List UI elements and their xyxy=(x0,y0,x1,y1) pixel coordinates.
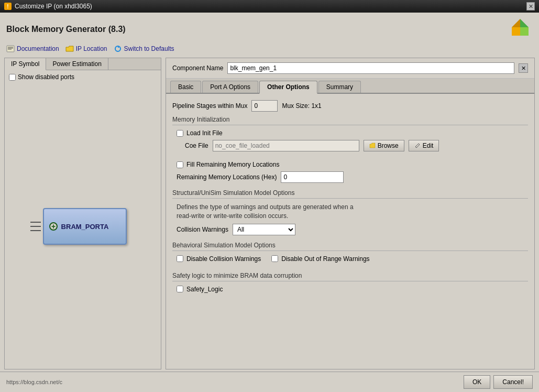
window-title: Customize IP (on xhdl3065) xyxy=(15,3,92,10)
title-bar-left: ! Customize IP (on xhdl3065) xyxy=(4,3,92,10)
app-header: Block Memory Generator (8.3) xyxy=(0,13,539,44)
spacer1 xyxy=(177,156,528,161)
remaining-hex-row: Remaining Memory Locations (Hex) xyxy=(177,171,528,183)
disable-collision-checkbox[interactable] xyxy=(177,255,183,262)
browse-label: Browse xyxy=(378,142,399,149)
tab-summary[interactable]: Summary xyxy=(318,81,361,93)
component-name-input[interactable] xyxy=(227,62,514,74)
collision-dropdown[interactable]: All Warning Only Generate X None xyxy=(233,224,295,235)
structural-section: Structural/UniSim Simulation Model Optio… xyxy=(172,189,528,235)
edit-button[interactable]: Edit xyxy=(409,140,439,151)
fill-remaining-row: Fill Remaining Memory Locations xyxy=(177,161,528,168)
tab-port-a[interactable]: Port A Options xyxy=(202,81,258,93)
fill-remaining-label: Fill Remaining Memory Locations xyxy=(186,161,279,168)
component-name-clear-button[interactable]: ✕ xyxy=(519,63,528,73)
collision-label: Collision Warnings xyxy=(177,226,228,233)
tab-other-options[interactable]: Other Options xyxy=(259,81,317,94)
fill-remaining-checkbox[interactable] xyxy=(177,161,183,168)
title-bar: ! Customize IP (on xhdl3065) ✕ xyxy=(0,0,539,13)
refresh-icon xyxy=(114,45,122,52)
show-disabled-label: Show disabled ports xyxy=(18,73,74,81)
disable-range-label: Disable Out of Range Warnings xyxy=(281,255,369,263)
cancel-button[interactable]: Cancel! xyxy=(493,375,533,389)
bram-box: + BRAM_PORTA xyxy=(43,208,127,245)
folder-small-icon xyxy=(369,143,376,149)
documentation-icon xyxy=(6,45,15,52)
documentation-link[interactable]: Documentation xyxy=(6,45,59,52)
app-logo xyxy=(508,17,533,42)
disable-range-checkbox[interactable] xyxy=(271,255,278,262)
svg-rect-4 xyxy=(7,46,14,52)
coe-file-input[interactable] xyxy=(213,140,359,151)
structural-desc: Defines the type of warnings and outputs… xyxy=(177,203,528,221)
show-disabled-option: Show disabled ports xyxy=(5,70,161,84)
bram-label: BRAM_PORTA xyxy=(61,223,109,231)
pipeline-row: Pipeline Stages within Mux Mux Size: 1x1 xyxy=(172,100,528,112)
edit-icon xyxy=(414,143,421,149)
load-init-checkbox[interactable] xyxy=(177,130,183,137)
safety-section: Safety logic to minimize BRAM data corru… xyxy=(172,272,528,293)
switch-defaults-link[interactable]: Switch to Defaults xyxy=(114,45,174,52)
connector-line-3 xyxy=(30,230,41,231)
edit-label: Edit xyxy=(423,142,434,149)
left-tabs: IP Symbol Power Estimation xyxy=(5,58,161,70)
svg-marker-3 xyxy=(512,19,520,27)
app-title: Block Memory Generator (8.3) xyxy=(6,25,126,34)
svg-marker-2 xyxy=(512,27,520,36)
safety-logic-checkbox[interactable] xyxy=(177,286,183,292)
bottom-bar: https://blog.csdn.net/c OK Cancel! xyxy=(0,372,539,392)
connector-line-1 xyxy=(30,222,41,223)
collision-row: Collision Warnings All Warning Only Gene… xyxy=(177,224,528,235)
ok-button[interactable]: OK xyxy=(464,375,490,389)
folder-icon xyxy=(65,45,74,52)
bram-connectors-left xyxy=(30,222,41,231)
ip-location-label: IP Location xyxy=(76,45,107,52)
documentation-label: Documentation xyxy=(17,45,59,52)
connector-line-2 xyxy=(30,226,41,227)
bram-diagram-area: + BRAM_PORTA xyxy=(5,84,161,369)
show-disabled-checkbox[interactable] xyxy=(9,74,16,81)
toolbar: Documentation IP Location Switch to Defa… xyxy=(0,44,539,56)
remaining-hex-input[interactable] xyxy=(281,171,344,183)
remaining-hex-label: Remaining Memory Locations (Hex) xyxy=(177,173,277,181)
behavioral-section: Behavioral Simulation Model Options Disa… xyxy=(172,242,528,266)
tab-power-estimation[interactable]: Power Estimation xyxy=(46,58,108,70)
right-panel: Component Name ✕ Basic Port A Options Ot… xyxy=(166,58,535,369)
behavioral-checkboxes: Disable Collision Warnings Disable Out o… xyxy=(177,255,528,266)
memory-init-section: Memory Initialization Load Init File Coe… xyxy=(172,116,528,183)
main-container: Block Memory Generator (8.3) Documentati… xyxy=(0,13,539,392)
app-icon: ! xyxy=(4,3,12,10)
behavioral-header: Behavioral Simulation Model Options xyxy=(172,242,528,251)
browse-button[interactable]: Browse xyxy=(364,140,404,151)
disable-collision-row: Disable Collision Warnings xyxy=(177,255,261,263)
safety-logic-row: Safety_Logic xyxy=(177,286,528,293)
structural-header: Structural/UniSim Simulation Model Optio… xyxy=(172,189,528,199)
content-area: IP Symbol Power Estimation Show disabled… xyxy=(0,56,539,372)
pipeline-label: Pipeline Stages within Mux xyxy=(172,102,247,110)
load-init-row: Load Init File xyxy=(177,129,528,137)
tab-content-other-options: Pipeline Stages within Mux Mux Size: 1x1… xyxy=(166,94,534,369)
safety-logic-label: Safety_Logic xyxy=(186,286,223,293)
tab-ip-symbol[interactable]: IP Symbol xyxy=(5,58,46,70)
disable-collision-label: Disable Collision Warnings xyxy=(186,255,261,263)
left-panel: IP Symbol Power Estimation Show disabled… xyxy=(4,58,161,369)
component-name-label: Component Name xyxy=(172,64,223,72)
svg-marker-1 xyxy=(520,27,529,36)
structural-content: Defines the type of warnings and outputs… xyxy=(172,203,528,235)
bottom-buttons: OK Cancel! xyxy=(464,375,533,389)
tabs-row: Basic Port A Options Other Options Summa… xyxy=(166,79,534,94)
tab-basic[interactable]: Basic xyxy=(170,81,201,93)
safety-header: Safety logic to minimize BRAM data corru… xyxy=(172,272,528,281)
ip-location-link[interactable]: IP Location xyxy=(65,45,107,52)
url-text: https://blog.csdn.net/c xyxy=(6,379,62,385)
memory-init-content: Load Init File Coe File Browse xyxy=(172,129,528,183)
pipeline-input[interactable] xyxy=(251,100,278,112)
coe-file-label: Coe File xyxy=(185,142,208,149)
bram-symbol-container: + BRAM_PORTA xyxy=(30,205,135,247)
load-init-label: Load Init File xyxy=(186,129,223,137)
behavioral-content: Disable Collision Warnings Disable Out o… xyxy=(172,255,528,266)
safety-content: Safety_Logic xyxy=(172,286,528,293)
memory-init-header: Memory Initialization xyxy=(172,116,528,125)
close-button[interactable]: ✕ xyxy=(526,2,535,10)
disable-range-row: Disable Out of Range Warnings xyxy=(271,255,369,263)
